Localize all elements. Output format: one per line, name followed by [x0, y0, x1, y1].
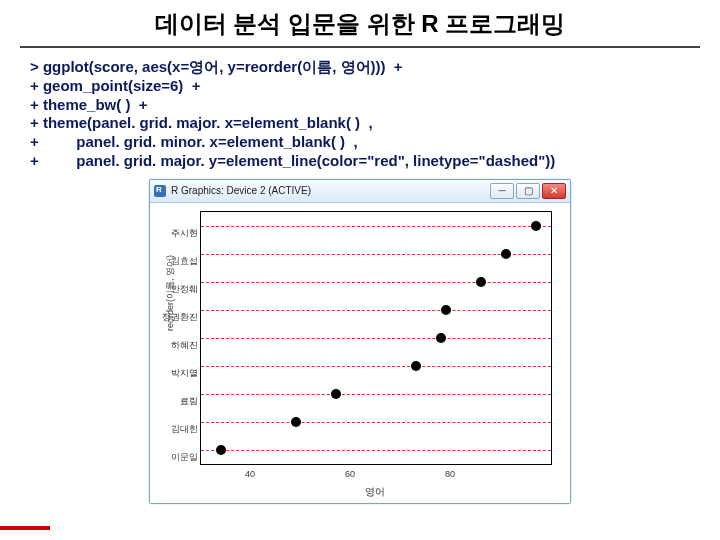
data-point	[331, 389, 341, 399]
gridline	[201, 366, 551, 367]
r-app-icon	[154, 185, 166, 197]
data-point	[436, 333, 446, 343]
maximize-icon: ▢	[524, 185, 533, 195]
code-line-5: + panel. grid. minor. x=element_blank( )…	[30, 133, 690, 152]
y-tick-label: 안정훼	[160, 282, 198, 295]
data-point	[476, 277, 486, 287]
y-tick-label: 이문일	[160, 450, 198, 463]
code-line-4: + theme(panel. grid. major. x=element_bl…	[30, 114, 690, 133]
y-tick-label: 료림	[160, 394, 198, 407]
y-tick-label: 박지열	[160, 366, 198, 379]
y-tick-label: 하혜진	[160, 338, 198, 351]
plot-panel	[200, 211, 552, 465]
gridline	[201, 338, 551, 339]
gridline	[201, 282, 551, 283]
y-tick-label: 김대힌	[160, 422, 198, 435]
code-line-3: + theme_bw( ) +	[30, 96, 690, 115]
y-tick-label: 정권환진	[160, 310, 198, 323]
gridline	[201, 422, 551, 423]
gridline	[201, 310, 551, 311]
y-tick-label: 주시현	[160, 226, 198, 239]
code-line-2: + geom_point(size=6) +	[30, 77, 690, 96]
x-tick-label: 60	[345, 469, 355, 479]
gridline	[201, 450, 551, 451]
close-button[interactable]: ✕	[542, 183, 566, 199]
data-point	[411, 361, 421, 371]
x-axis-label: 영어	[200, 485, 550, 499]
maximize-button[interactable]: ▢	[516, 183, 540, 199]
gridline	[201, 254, 551, 255]
r-graphics-window: R Graphics: Device 2 (ACTIVE) ─ ▢ ✕ reor…	[149, 179, 571, 504]
data-point	[441, 305, 451, 315]
window-titlebar[interactable]: R Graphics: Device 2 (ACTIVE) ─ ▢ ✕	[150, 180, 570, 203]
data-point	[531, 221, 541, 231]
data-point	[216, 445, 226, 455]
gridline	[201, 394, 551, 395]
window-title: R Graphics: Device 2 (ACTIVE)	[171, 185, 490, 196]
x-tick-label: 40	[245, 469, 255, 479]
code-block: > ggplot(score, aes(x=영어, y=reorder(이름, …	[30, 58, 690, 171]
close-icon: ✕	[550, 185, 558, 195]
code-line-6: + panel. grid. major. y=element_line(col…	[30, 152, 690, 171]
plot-area: reorder(이름, 영어) 주시현김효섭안정훼정권환진하혜진박지열료림김대힌…	[150, 203, 570, 503]
data-point	[501, 249, 511, 259]
page-title: 데이터 분석 입문을 위한 R 프로그래밍	[20, 0, 700, 48]
x-tick-label: 80	[445, 469, 455, 479]
data-point	[291, 417, 301, 427]
accent-bar	[0, 526, 50, 530]
code-line-1: > ggplot(score, aes(x=영어, y=reorder(이름, …	[30, 58, 690, 77]
minimize-icon: ─	[498, 185, 505, 195]
minimize-button[interactable]: ─	[490, 183, 514, 199]
y-tick-label: 김효섭	[160, 254, 198, 267]
gridline	[201, 226, 551, 227]
